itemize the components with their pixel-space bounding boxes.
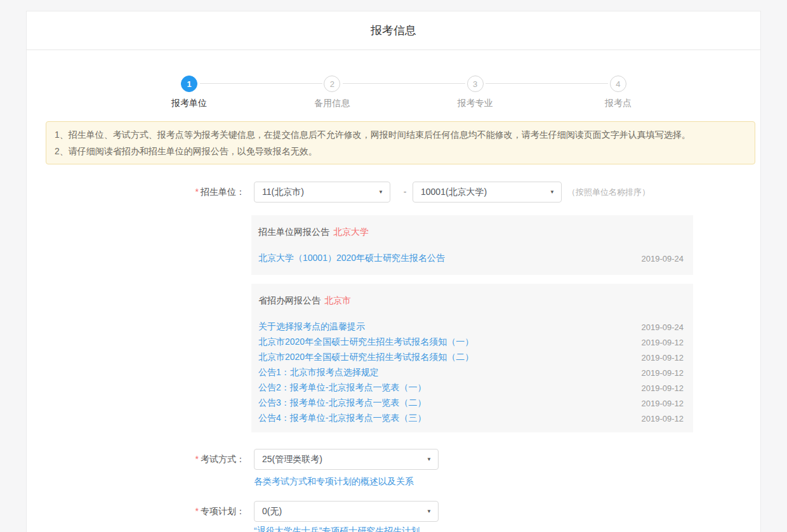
exam-mode-select-value: 25(管理类联考) [262, 454, 322, 464]
announcement-link[interactable]: 北京市2020年全国硕士研究生招生考试报名须知（一） [258, 336, 473, 348]
province-select-value: 11(北京市) [262, 187, 304, 197]
card-header: 报考信息 [27, 11, 760, 50]
announcement-date: 2019-09-24 [642, 323, 684, 332]
step-label: 报考专业 [458, 98, 493, 109]
announcement-date: 2019-09-12 [642, 383, 684, 393]
step-label: 备用信息 [314, 98, 350, 109]
announcement-link[interactable]: 北京大学（10001）2020年硕士研究生报名公告 [258, 253, 445, 264]
special-plan-select-value: 0(无) [262, 506, 282, 516]
unit-announcement-panel: 招生单位网报公告北京大学 北京大学（10001）2020年硕士研究生报名公告 2… [251, 215, 693, 275]
unit-field-label: *招生单位： [112, 182, 245, 203]
progress-stepper: 1 报考单位 2 备用信息 3 报考专业 4 报考点 [161, 76, 647, 109]
announcement-date: 2019-09-24 [642, 254, 684, 263]
announcement-link[interactable]: 公告2：报考单位-北京报考点一览表（一） [258, 382, 426, 394]
dropdown-arrow-icon: ▼ [427, 502, 432, 521]
announcement-date: 2019-09-12 [642, 353, 684, 362]
announcement-link[interactable]: 公告3：报考单位-北京报考点一览表（二） [258, 397, 426, 409]
page-title: 报考信息 [27, 11, 760, 50]
announcement-link[interactable]: 公告1：北京市报考点选择规定 [258, 367, 379, 378]
province-announcement-panel: 省招办网报公告北京市 关于选择报考点的温馨提示 2019-09-24 北京市20… [251, 284, 693, 432]
unit-select[interactable]: 10001(北京大学) ▼ [413, 182, 562, 203]
stepper-step: 1 报考单位 [161, 76, 218, 109]
stepper-step: 3 报考专业 [447, 76, 504, 109]
exam-mode-field-label: *考试方式： [112, 449, 245, 470]
province-panel-title: 省招办网报公告北京市 [258, 294, 684, 307]
stepper-step: 4 报考点 [590, 76, 647, 109]
notice-line: 2、请仔细阅读省招办和招生单位的网报公告，以免导致报名无效。 [55, 143, 746, 159]
announcement-link[interactable]: 关于选择报考点的温馨提示 [258, 321, 365, 333]
step-number-badge: 3 [467, 76, 484, 92]
announcement-row: 公告3：报考单位-北京报考点一览表（二） 2019-09-12 [258, 396, 684, 411]
unit-panel-title: 招生单位网报公告北京大学 [258, 225, 684, 238]
announcement-date: 2019-09-12 [642, 338, 684, 347]
unit-announcement-list: 北京大学（10001）2020年硕士研究生报名公告 2019-09-24 [258, 251, 684, 266]
announcement-date: 2019-09-12 [642, 399, 684, 408]
step-number-badge: 4 [610, 76, 626, 92]
step-number-badge: 1 [181, 76, 197, 92]
unit-sort-note: （按照单位名称排序） [567, 182, 650, 203]
unit-field-label-text: 招生单位： [201, 187, 245, 197]
special-plan-help-link[interactable]: “退役大学生士兵”专项硕士研究生招生计划 [254, 524, 420, 532]
announcement-date: 2019-09-12 [642, 368, 684, 378]
dropdown-arrow-icon: ▼ [550, 182, 555, 202]
required-asterisk: * [195, 187, 199, 197]
dropdown-arrow-icon: ▼ [427, 449, 432, 469]
special-plan-select[interactable]: 0(无) ▼ [254, 501, 439, 522]
announcement-row: 北京市2020年全国硕士研究生招生考试报名须知（一） 2019-09-12 [258, 335, 684, 350]
step-number-badge: 2 [324, 76, 340, 92]
announcement-row: 公告1：北京市报考点选择规定 2019-09-12 [258, 365, 684, 380]
stepper-step: 2 备用信息 [303, 76, 360, 109]
announcement-row: 公告4：报考单位-北京报考点一览表（三） 2019-09-12 [258, 411, 684, 426]
unit-panel-highlight: 北京大学 [333, 227, 369, 237]
select-separator: - [397, 182, 413, 203]
step-label: 报考单位 [171, 98, 207, 109]
exam-mode-help-link[interactable]: 各类考试方式和专项计划的概述以及关系 [254, 475, 414, 488]
announcement-row: 北京大学（10001）2020年硕士研究生报名公告 2019-09-24 [258, 251, 684, 266]
notice-line: 1、招生单位、考试方式、报考点等为报考关键信息，在提交信息后不允许修改，网报时间… [55, 126, 746, 143]
page-background: 报考信息 1 报考单位 2 备用信息 3 报考专业 [0, 0, 787, 532]
announcement-row: 北京市2020年全国硕士研究生招生考试报名须知（二） 2019-09-12 [258, 350, 684, 365]
unit-panel-title-text: 招生单位网报公告 [258, 227, 329, 237]
announcement-link[interactable]: 北京市2020年全国硕士研究生招生考试报名须知（二） [258, 352, 473, 363]
application-info-card: 报考信息 1 报考单位 2 备用信息 3 报考专业 [26, 11, 761, 532]
unit-select-value: 10001(北京大学) [421, 187, 487, 197]
exam-mode-select[interactable]: 25(管理类联考) ▼ [254, 449, 439, 470]
dropdown-arrow-icon: ▼ [378, 182, 383, 202]
required-asterisk: * [195, 506, 199, 516]
announcement-link[interactable]: 公告4：报考单位-北京报考点一览表（三） [258, 413, 426, 424]
required-asterisk: * [195, 454, 199, 464]
announcement-row: 关于选择报考点的温馨提示 2019-09-24 [258, 319, 684, 335]
province-panel-highlight: 北京市 [324, 295, 351, 305]
exam-mode-label-text: 考试方式： [201, 454, 245, 464]
province-panel-title-text: 省招办网报公告 [258, 295, 321, 305]
province-select[interactable]: 11(北京市) ▼ [254, 182, 390, 203]
special-plan-field-label: *专项计划： [112, 501, 245, 522]
step-label: 报考点 [605, 98, 632, 109]
special-plan-label-text: 专项计划： [201, 506, 245, 516]
announcement-date: 2019-09-12 [642, 414, 684, 423]
key-info-notice-box: 1、招生单位、考试方式、报考点等为报考关键信息，在提交信息后不允许修改，网报时间… [46, 121, 755, 164]
announcement-row: 公告2：报考单位-北京报考点一览表（一） 2019-09-12 [258, 380, 684, 396]
province-announcement-list: 关于选择报考点的温馨提示 2019-09-24 北京市2020年全国硕士研究生招… [258, 319, 684, 426]
